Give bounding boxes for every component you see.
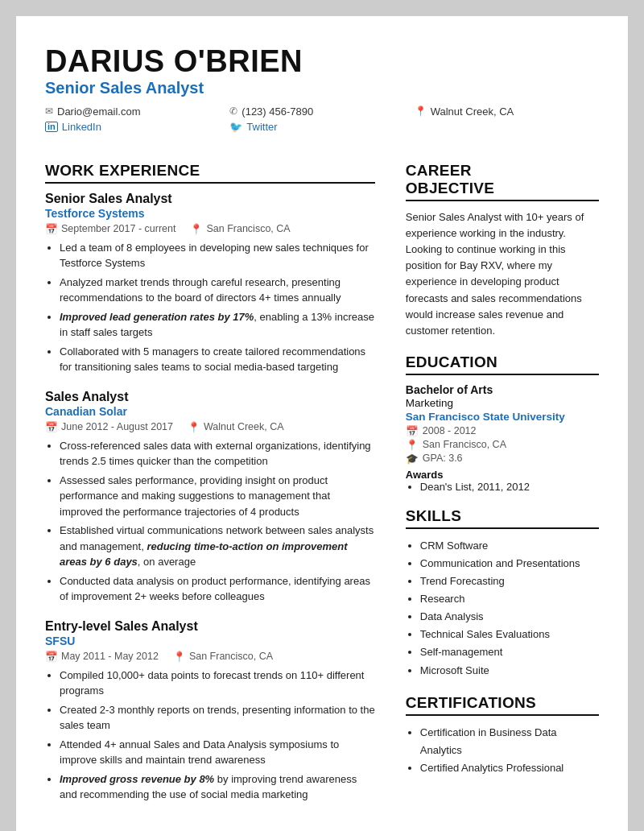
main-content: WORK EXPERIENCE Senior Sales Analyst Tes…	[45, 147, 599, 817]
location-value: Walnut Creek, CA	[431, 105, 514, 118]
linkedin-contact[interactable]: in LinkedIn	[45, 121, 229, 133]
skill-item: Trend Forecasting	[420, 573, 599, 590]
loc-icon-edu: 📍	[406, 439, 419, 451]
bullet-item: Conducted data analysis on product perfo…	[60, 573, 375, 605]
skill-item: Self-management	[420, 643, 599, 661]
cal-icon-edu: 📅	[406, 425, 419, 437]
job-role-3: Entry-level Sales Analyst	[45, 619, 375, 634]
edu-field: Marketing	[406, 397, 599, 409]
email-contact: ✉ Dario@email.com	[45, 105, 229, 118]
email-icon: ✉	[45, 105, 53, 117]
awards-list: Dean's List, 2011, 2012	[420, 481, 599, 493]
twitter-icon: 🐦	[229, 121, 242, 133]
right-column: CAREEROBJECTIVE Senior Sales Analyst wit…	[398, 147, 599, 817]
linkedin-link[interactable]: LinkedIn	[62, 121, 101, 133]
work-experience-title: WORK EXPERIENCE	[45, 162, 375, 184]
skills-list: CRM Software Communication and Presentat…	[420, 537, 599, 680]
job-role-2: Sales Analyst	[45, 390, 375, 404]
bullet-item: Created 2-3 monthly reports on trends, p…	[60, 702, 375, 734]
edu-gpa: 🎓 GPA: 3.6	[406, 453, 599, 465]
job-location-3: 📍 San Francisco, CA	[173, 651, 273, 663]
awards-label: Awards	[406, 469, 599, 481]
job-bullets-1: Led a team of 8 employees in developing …	[60, 240, 375, 375]
calendar-icon-2: 📅	[45, 421, 58, 433]
award-item: Dean's List, 2011, 2012	[420, 481, 599, 493]
skill-item: Data Analysis	[420, 608, 599, 626]
skill-item: CRM Software	[420, 537, 599, 555]
job-entry-3: Entry-level Sales Analyst SFSU 📅 May 201…	[45, 619, 375, 803]
skill-item: Microsoft Suite	[420, 662, 599, 680]
twitter-contact[interactable]: 🐦 Twitter	[229, 121, 414, 133]
bullet-item: Established virtual communications netwo…	[60, 523, 375, 570]
phone-icon: ✆	[229, 105, 237, 117]
job-location-2: 📍 Walnut Creek, CA	[188, 421, 284, 433]
edu-years: 📅 2008 - 2012	[406, 425, 599, 437]
edu-location: 📍 San Francisco, CA	[406, 439, 599, 451]
education-title: EDUCATION	[406, 353, 599, 375]
location-icon-3: 📍	[173, 651, 186, 663]
twitter-link[interactable]: Twitter	[246, 121, 277, 133]
career-objective-text: Senior Sales Analyst with 10+ years of e…	[406, 209, 599, 339]
job-date-1: 📅 September 2017 - current	[45, 223, 175, 235]
job-company-1: Testforce Systems	[45, 207, 375, 220]
left-column: WORK EXPERIENCE Senior Sales Analyst Tes…	[45, 147, 375, 817]
career-objective-title: CAREEROBJECTIVE	[406, 162, 599, 201]
location-icon: 📍	[415, 105, 427, 117]
location-icon-2: 📍	[188, 421, 200, 433]
job-entry-1: Senior Sales Analyst Testforce Systems 📅…	[45, 192, 375, 375]
job-company-3: SFSU	[45, 635, 375, 647]
candidate-name: DARIUS O'BRIEN	[45, 45, 599, 79]
job-meta-1: 📅 September 2017 - current 📍 San Francis…	[45, 223, 375, 235]
job-date-2: 📅 June 2012 - August 2017	[45, 421, 173, 433]
skill-item: Research	[420, 590, 599, 608]
grad-icon-edu: 🎓	[406, 453, 419, 465]
bullet-item: Compiled 10,000+ data points to forecast…	[60, 668, 375, 699]
job-entry-2: Sales Analyst Canadian Solar 📅 June 2012…	[45, 390, 375, 605]
cert-item: Certified Analytics Professional	[420, 759, 599, 777]
location-contact: 📍 Walnut Creek, CA	[415, 105, 599, 118]
header-section: DARIUS O'BRIEN Senior Sales Analyst ✉ Da…	[45, 45, 599, 133]
job-company-2: Canadian Solar	[45, 405, 375, 418]
linkedin-icon: in	[45, 122, 58, 132]
location-icon-1: 📍	[190, 223, 203, 235]
cert-item: Certification in Business Data Analytics	[420, 724, 599, 759]
bullet-item: Improved lead generation rates by 17%, e…	[60, 309, 375, 341]
calendar-icon-1: 📅	[45, 223, 58, 235]
certifications-title: CERTIFICATIONS	[406, 694, 599, 716]
bullet-item: Collaborated with 5 managers to create t…	[60, 344, 375, 375]
skill-item: Communication and Presentations	[420, 555, 599, 573]
highlight-text: reducing time-to-action on improvement a…	[60, 540, 348, 568]
certifications-list: Certification in Business Data Analytics…	[420, 724, 599, 777]
edu-degree: Bachelor of Arts	[406, 383, 599, 396]
bullet-item: Attended 4+ annual Sales and Data Analys…	[60, 737, 375, 768]
skill-item: Technical Sales Evaluations	[420, 626, 599, 643]
bullet-item: Cross-referenced sales data with externa…	[60, 438, 375, 469]
job-location-1: 📍 San Francisco, CA	[190, 223, 290, 235]
bullet-item: Led a team of 8 employees in developing …	[60, 240, 375, 271]
highlight-text: Improved lead generation rates by 17%	[60, 311, 254, 323]
bullet-item: Assessed sales performance, providing in…	[60, 473, 375, 520]
bullet-item: Analyzed market trends through careful r…	[60, 275, 375, 306]
bullet-item: Improved gross revenue by 8% by improvin…	[60, 771, 375, 803]
edu-school: San Francisco State University	[406, 411, 599, 423]
job-date-3: 📅 May 2011 - May 2012	[45, 651, 159, 663]
job-meta-3: 📅 May 2011 - May 2012 📍 San Francisco, C…	[45, 651, 375, 663]
skills-title: SKILLS	[406, 507, 599, 529]
email-value: Dario@email.com	[57, 105, 141, 118]
job-bullets-2: Cross-referenced sales data with externa…	[60, 438, 375, 605]
job-title: Senior Sales Analyst	[45, 79, 599, 97]
education-entry: Bachelor of Arts Marketing San Francisco…	[406, 383, 599, 493]
phone-value: (123) 456-7890	[242, 105, 313, 118]
phone-contact: ✆ (123) 456-7890	[229, 105, 414, 118]
highlight-text: Improved gross revenue by 8%	[60, 773, 214, 785]
job-role-1: Senior Sales Analyst	[45, 192, 375, 206]
resume-container: DARIUS O'BRIEN Senior Sales Analyst ✉ Da…	[16, 16, 628, 831]
job-meta-2: 📅 June 2012 - August 2017 📍 Walnut Creek…	[45, 421, 375, 433]
contact-grid: ✉ Dario@email.com ✆ (123) 456-7890 📍 Wal…	[45, 105, 599, 133]
calendar-icon-3: 📅	[45, 651, 58, 663]
job-bullets-3: Compiled 10,000+ data points to forecast…	[60, 668, 375, 803]
